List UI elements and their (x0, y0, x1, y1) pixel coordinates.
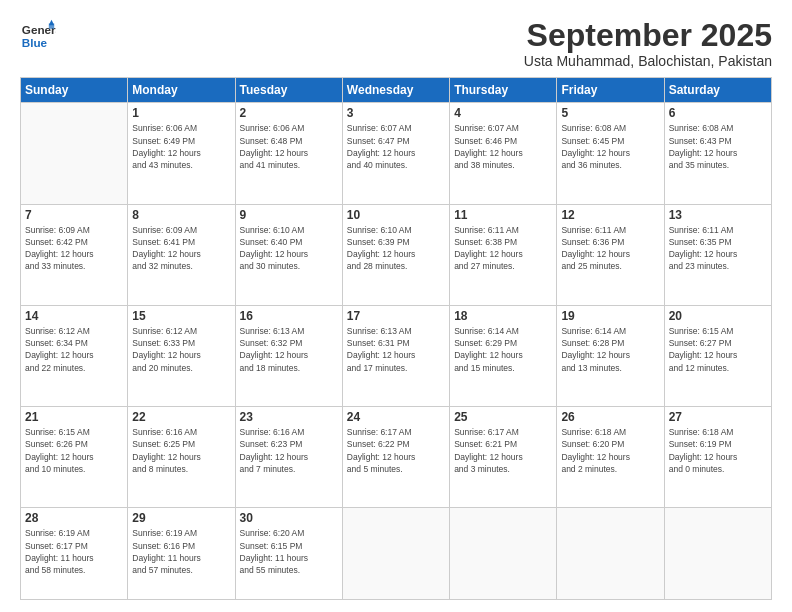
day-info: Sunrise: 6:14 AM Sunset: 6:28 PM Dayligh… (561, 325, 659, 374)
day-info: Sunrise: 6:06 AM Sunset: 6:49 PM Dayligh… (132, 122, 230, 171)
day-number: 30 (240, 511, 338, 525)
day-number: 20 (669, 309, 767, 323)
day-number: 24 (347, 410, 445, 424)
table-row: 7Sunrise: 6:09 AM Sunset: 6:42 PM Daylig… (21, 204, 128, 305)
table-row: 15Sunrise: 6:12 AM Sunset: 6:33 PM Dayli… (128, 305, 235, 406)
day-number: 17 (347, 309, 445, 323)
col-friday: Friday (557, 78, 664, 103)
col-sunday: Sunday (21, 78, 128, 103)
table-row: 28Sunrise: 6:19 AM Sunset: 6:17 PM Dayli… (21, 508, 128, 600)
table-row: 12Sunrise: 6:11 AM Sunset: 6:36 PM Dayli… (557, 204, 664, 305)
day-number: 27 (669, 410, 767, 424)
title-block: September 2025 Usta Muhammad, Balochista… (524, 18, 772, 69)
day-number: 6 (669, 106, 767, 120)
table-row: 1Sunrise: 6:06 AM Sunset: 6:49 PM Daylig… (128, 103, 235, 204)
day-info: Sunrise: 6:11 AM Sunset: 6:36 PM Dayligh… (561, 224, 659, 273)
table-row: 16Sunrise: 6:13 AM Sunset: 6:32 PM Dayli… (235, 305, 342, 406)
day-info: Sunrise: 6:15 AM Sunset: 6:26 PM Dayligh… (25, 426, 123, 475)
table-row: 20Sunrise: 6:15 AM Sunset: 6:27 PM Dayli… (664, 305, 771, 406)
header: General Blue September 2025 Usta Muhamma… (20, 18, 772, 69)
day-info: Sunrise: 6:17 AM Sunset: 6:22 PM Dayligh… (347, 426, 445, 475)
day-info: Sunrise: 6:11 AM Sunset: 6:35 PM Dayligh… (669, 224, 767, 273)
day-info: Sunrise: 6:09 AM Sunset: 6:42 PM Dayligh… (25, 224, 123, 273)
day-number: 1 (132, 106, 230, 120)
col-thursday: Thursday (450, 78, 557, 103)
day-info: Sunrise: 6:08 AM Sunset: 6:43 PM Dayligh… (669, 122, 767, 171)
day-info: Sunrise: 6:20 AM Sunset: 6:15 PM Dayligh… (240, 527, 338, 576)
col-wednesday: Wednesday (342, 78, 449, 103)
day-number: 14 (25, 309, 123, 323)
day-info: Sunrise: 6:14 AM Sunset: 6:29 PM Dayligh… (454, 325, 552, 374)
table-row (664, 508, 771, 600)
day-info: Sunrise: 6:11 AM Sunset: 6:38 PM Dayligh… (454, 224, 552, 273)
day-number: 10 (347, 208, 445, 222)
day-number: 13 (669, 208, 767, 222)
day-info: Sunrise: 6:19 AM Sunset: 6:16 PM Dayligh… (132, 527, 230, 576)
svg-text:Blue: Blue (22, 36, 48, 49)
day-number: 3 (347, 106, 445, 120)
day-number: 7 (25, 208, 123, 222)
day-info: Sunrise: 6:12 AM Sunset: 6:33 PM Dayligh… (132, 325, 230, 374)
table-row: 13Sunrise: 6:11 AM Sunset: 6:35 PM Dayli… (664, 204, 771, 305)
day-number: 19 (561, 309, 659, 323)
day-number: 26 (561, 410, 659, 424)
day-info: Sunrise: 6:09 AM Sunset: 6:41 PM Dayligh… (132, 224, 230, 273)
col-tuesday: Tuesday (235, 78, 342, 103)
calendar-table: Sunday Monday Tuesday Wednesday Thursday… (20, 77, 772, 600)
month-title: September 2025 (524, 18, 772, 53)
day-number: 25 (454, 410, 552, 424)
day-number: 12 (561, 208, 659, 222)
col-monday: Monday (128, 78, 235, 103)
table-row: 25Sunrise: 6:17 AM Sunset: 6:21 PM Dayli… (450, 407, 557, 508)
col-saturday: Saturday (664, 78, 771, 103)
day-info: Sunrise: 6:06 AM Sunset: 6:48 PM Dayligh… (240, 122, 338, 171)
location: Usta Muhammad, Balochistan, Pakistan (524, 53, 772, 69)
table-row: 21Sunrise: 6:15 AM Sunset: 6:26 PM Dayli… (21, 407, 128, 508)
table-row: 30Sunrise: 6:20 AM Sunset: 6:15 PM Dayli… (235, 508, 342, 600)
logo-icon: General Blue (20, 18, 56, 54)
table-row: 18Sunrise: 6:14 AM Sunset: 6:29 PM Dayli… (450, 305, 557, 406)
day-info: Sunrise: 6:08 AM Sunset: 6:45 PM Dayligh… (561, 122, 659, 171)
table-row: 4Sunrise: 6:07 AM Sunset: 6:46 PM Daylig… (450, 103, 557, 204)
day-info: Sunrise: 6:16 AM Sunset: 6:25 PM Dayligh… (132, 426, 230, 475)
table-row: 27Sunrise: 6:18 AM Sunset: 6:19 PM Dayli… (664, 407, 771, 508)
day-number: 29 (132, 511, 230, 525)
table-row (557, 508, 664, 600)
table-row: 26Sunrise: 6:18 AM Sunset: 6:20 PM Dayli… (557, 407, 664, 508)
table-row: 19Sunrise: 6:14 AM Sunset: 6:28 PM Dayli… (557, 305, 664, 406)
table-row: 14Sunrise: 6:12 AM Sunset: 6:34 PM Dayli… (21, 305, 128, 406)
table-row: 8Sunrise: 6:09 AM Sunset: 6:41 PM Daylig… (128, 204, 235, 305)
day-number: 4 (454, 106, 552, 120)
day-number: 28 (25, 511, 123, 525)
table-row: 3Sunrise: 6:07 AM Sunset: 6:47 PM Daylig… (342, 103, 449, 204)
day-info: Sunrise: 6:13 AM Sunset: 6:32 PM Dayligh… (240, 325, 338, 374)
day-info: Sunrise: 6:18 AM Sunset: 6:19 PM Dayligh… (669, 426, 767, 475)
table-row: 17Sunrise: 6:13 AM Sunset: 6:31 PM Dayli… (342, 305, 449, 406)
day-number: 18 (454, 309, 552, 323)
day-info: Sunrise: 6:13 AM Sunset: 6:31 PM Dayligh… (347, 325, 445, 374)
svg-marker-3 (49, 23, 54, 28)
day-number: 8 (132, 208, 230, 222)
table-row: 29Sunrise: 6:19 AM Sunset: 6:16 PM Dayli… (128, 508, 235, 600)
table-row: 10Sunrise: 6:10 AM Sunset: 6:39 PM Dayli… (342, 204, 449, 305)
day-info: Sunrise: 6:17 AM Sunset: 6:21 PM Dayligh… (454, 426, 552, 475)
table-row: 6Sunrise: 6:08 AM Sunset: 6:43 PM Daylig… (664, 103, 771, 204)
table-row (21, 103, 128, 204)
table-row: 5Sunrise: 6:08 AM Sunset: 6:45 PM Daylig… (557, 103, 664, 204)
day-number: 23 (240, 410, 338, 424)
day-number: 15 (132, 309, 230, 323)
header-row: Sunday Monday Tuesday Wednesday Thursday… (21, 78, 772, 103)
day-info: Sunrise: 6:10 AM Sunset: 6:40 PM Dayligh… (240, 224, 338, 273)
day-info: Sunrise: 6:15 AM Sunset: 6:27 PM Dayligh… (669, 325, 767, 374)
day-number: 2 (240, 106, 338, 120)
day-number: 21 (25, 410, 123, 424)
table-row: 2Sunrise: 6:06 AM Sunset: 6:48 PM Daylig… (235, 103, 342, 204)
day-number: 9 (240, 208, 338, 222)
table-row: 24Sunrise: 6:17 AM Sunset: 6:22 PM Dayli… (342, 407, 449, 508)
day-number: 5 (561, 106, 659, 120)
day-info: Sunrise: 6:19 AM Sunset: 6:17 PM Dayligh… (25, 527, 123, 576)
day-number: 22 (132, 410, 230, 424)
day-info: Sunrise: 6:16 AM Sunset: 6:23 PM Dayligh… (240, 426, 338, 475)
day-info: Sunrise: 6:07 AM Sunset: 6:47 PM Dayligh… (347, 122, 445, 171)
day-info: Sunrise: 6:07 AM Sunset: 6:46 PM Dayligh… (454, 122, 552, 171)
